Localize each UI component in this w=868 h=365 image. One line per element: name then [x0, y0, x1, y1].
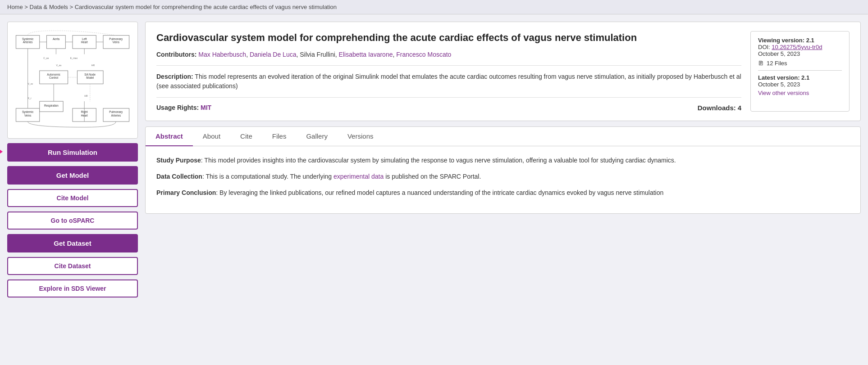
- description-row: Description: This model represents an ev…: [156, 65, 741, 91]
- version-box: Viewing version: 2.1 DOI: 10.26275/5yvu-…: [750, 31, 850, 112]
- arrow-indicator: [0, 145, 3, 160]
- contributors-row: Contributors: Max Haberbusch, Daniela De…: [156, 51, 741, 58]
- main-layout: Systemic Arteries Aorta Left Heart Pulmo…: [0, 14, 868, 305]
- view-other-versions-link[interactable]: View other versions: [758, 90, 842, 96]
- svg-text:X_r: X_r: [28, 97, 32, 99]
- usage-row: Usage Rights: MIT Downloads: 4: [156, 97, 741, 112]
- breadcrumb-current: Cardiovascular system model for comprehe…: [75, 4, 337, 10]
- svg-text:Veins: Veins: [24, 114, 31, 117]
- tab-about[interactable]: About: [193, 127, 230, 146]
- usage-rights-label: Usage Rights:: [156, 104, 199, 111]
- files-row: 🖹 12 Files: [758, 60, 842, 67]
- svg-text:Left: Left: [82, 37, 87, 41]
- svg-text:Control: Control: [49, 76, 58, 79]
- svg-text:Autonomic: Autonomic: [47, 73, 60, 76]
- svg-text:Arteries: Arteries: [111, 114, 121, 117]
- explore-sds-viewer-button[interactable]: Explore in SDS Viewer: [7, 279, 138, 297]
- svg-text:Arteries: Arteries: [23, 41, 33, 44]
- version-date: October 5, 2023: [758, 50, 842, 57]
- description-text: This model represents an evolved iterati…: [156, 73, 741, 90]
- contributor-francesco[interactable]: Francesco Moscato: [396, 51, 451, 58]
- contributor-daniela[interactable]: Daniela De Luca: [250, 51, 297, 58]
- study-purpose-label: Study Purpose: [156, 157, 201, 164]
- svg-text:Aorta: Aorta: [53, 37, 59, 41]
- run-simulation-button[interactable]: Run Simulation: [7, 143, 138, 162]
- run-simulation-wrapper: Run Simulation: [7, 143, 138, 162]
- tabs-row: Abstract About Cite Files Gallery Versio…: [146, 127, 860, 146]
- latest-version-date: October 5, 2023: [758, 81, 842, 88]
- svg-text:HR: HR: [84, 95, 88, 97]
- contributor-max[interactable]: Max Haberbusch: [198, 51, 246, 58]
- doi-label: DOI:: [758, 44, 770, 50]
- primary-conclusion-paragraph: Primary Conclusion: By leveraging the li…: [156, 188, 850, 198]
- cite-model-button[interactable]: Cite Model: [7, 189, 138, 207]
- get-dataset-button[interactable]: Get Dataset: [7, 234, 138, 252]
- files-icon: 🖹: [758, 60, 764, 67]
- primary-conclusion-text: : By leveraging the linked publications,…: [216, 189, 663, 196]
- svg-text:V_sv: V_sv: [28, 82, 33, 85]
- tab-cite[interactable]: Cite: [230, 127, 262, 146]
- data-collection-text2: is published on the SPARC Portal.: [384, 173, 481, 180]
- breadcrumb-section[interactable]: Data & Models: [30, 4, 68, 10]
- tab-versions[interactable]: Versions: [338, 127, 384, 146]
- tab-files[interactable]: Files: [262, 127, 297, 146]
- contributor-silvia: Silvia Frullini,: [300, 51, 337, 58]
- model-title-section: Cardiovascular system model for comprehe…: [156, 31, 741, 112]
- study-purpose-paragraph: Study Purpose: This model provides insig…: [156, 155, 850, 165]
- study-purpose-text: : This model provides insights into the …: [201, 157, 676, 164]
- downloads-section: Downloads: 4: [698, 104, 741, 112]
- svg-text:C_as: C_as: [43, 57, 49, 59]
- viewing-version: Viewing version: 2.1: [758, 37, 842, 44]
- tab-gallery[interactable]: Gallery: [296, 127, 338, 146]
- breadcrumb-home[interactable]: Home: [7, 4, 23, 10]
- downloads-label: Downloads:: [698, 104, 736, 112]
- svg-text:Heart: Heart: [81, 41, 88, 44]
- abstract-tab-content: Study Purpose: This model provides insig…: [146, 146, 860, 213]
- go-to-osparc-button[interactable]: Go to oSPARC: [7, 212, 138, 230]
- experimental-data-link[interactable]: experimental data: [333, 173, 384, 180]
- svg-text:SA Node: SA Node: [84, 73, 96, 76]
- svg-text:V_es: V_es: [56, 64, 61, 67]
- latest-version-label: Latest version:: [758, 74, 799, 81]
- svg-text:Model: Model: [86, 76, 94, 79]
- data-collection-paragraph: Data Collection: This is a computational…: [156, 171, 850, 181]
- latest-version-row: Latest version: 2.1: [758, 74, 842, 81]
- downloads-count: 4: [738, 104, 741, 112]
- doi-row: DOI: 10.26275/5yvu-tr0d: [758, 44, 842, 50]
- svg-text:Veins: Veins: [113, 41, 119, 44]
- model-title: Cardiovascular system model for comprehe…: [156, 31, 741, 45]
- svg-text:E_max: E_max: [70, 57, 78, 59]
- doi-link[interactable]: 10.26275/5yvu-tr0d: [772, 44, 822, 50]
- contributor-elisabetta[interactable]: Elisabetta Iavarone: [339, 51, 393, 58]
- primary-conclusion-label: Primary Conclusion: [156, 189, 216, 196]
- data-collection-label: Data Collection: [156, 173, 202, 180]
- get-model-button[interactable]: Get Model: [7, 166, 138, 185]
- svg-text:HR: HR: [91, 64, 95, 67]
- usage-license: MIT: [201, 104, 211, 111]
- latest-version-number: 2.1: [801, 74, 809, 81]
- title-row: Cardiovascular system model for comprehe…: [156, 31, 850, 112]
- right-panel: Cardiovascular system model for comprehe…: [145, 22, 861, 297]
- description-label: Description:: [156, 73, 193, 80]
- breadcrumb: Home > Data & Models > Cardiovascular sy…: [0, 0, 868, 14]
- usage-rights-section: Usage Rights: MIT: [156, 104, 211, 111]
- svg-text:Respiration: Respiration: [44, 104, 59, 108]
- contributors-label: Contributors:: [156, 51, 196, 58]
- svg-marker-46: [0, 149, 3, 155]
- files-count: 12 Files: [767, 60, 787, 67]
- breadcrumb-sep1: >: [24, 4, 29, 10]
- tabs-card: Abstract About Cite Files Gallery Versio…: [145, 126, 861, 214]
- viewing-version-number: 2.1: [806, 37, 814, 44]
- data-collection-text: : This is a computational study. The und…: [202, 173, 333, 180]
- left-panel: Systemic Arteries Aorta Left Heart Pulmo…: [7, 22, 138, 297]
- breadcrumb-sep2: >: [69, 4, 74, 10]
- cite-dataset-button[interactable]: Cite Dataset: [7, 257, 138, 275]
- tab-abstract[interactable]: Abstract: [146, 127, 193, 146]
- model-info-card: Cardiovascular system model for comprehe…: [145, 22, 861, 121]
- model-thumbnail: Systemic Arteries Aorta Left Heart Pulmo…: [7, 22, 138, 139]
- viewing-version-label: Viewing version:: [758, 37, 804, 44]
- version-separator: [758, 70, 842, 71]
